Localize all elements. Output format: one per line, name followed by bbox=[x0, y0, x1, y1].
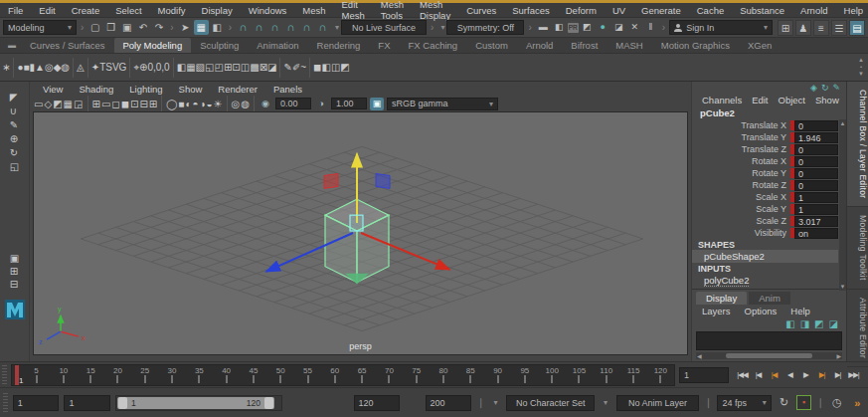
go-to-end-button[interactable]: ▶▶| bbox=[846, 367, 861, 383]
viewport-3d-view[interactable]: y x z persp bbox=[33, 111, 688, 355]
playback-start-field[interactable]: 1 bbox=[64, 395, 110, 411]
ambient-occlusion-icon[interactable]: ◒ bbox=[207, 99, 213, 109]
poly-cone-icon[interactable]: ▲ bbox=[35, 62, 45, 73]
channel-value-field[interactable]: 3.017 bbox=[794, 216, 838, 227]
menu-edit-mesh[interactable]: Edit Mesh bbox=[334, 0, 373, 21]
range-slider[interactable]: 1 120 bbox=[115, 395, 282, 411]
ep-curve-tool-icon[interactable]: ✐ bbox=[292, 62, 300, 73]
menu-mesh-display[interactable]: Mesh Display bbox=[412, 0, 458, 21]
channel-value-field[interactable]: 0 bbox=[794, 168, 838, 179]
z-plane-handle[interactable] bbox=[376, 173, 390, 188]
viewport-menu-show[interactable]: Show bbox=[172, 84, 210, 95]
viewport-menu-shading[interactable]: Shading bbox=[72, 84, 120, 95]
channel-box-menu-edit[interactable]: Edit bbox=[748, 94, 772, 106]
make-live-icon[interactable]: ∩ bbox=[315, 20, 330, 35]
modeling-toolkit-icon[interactable]: ⊞ bbox=[778, 20, 793, 36]
character-controls-icon[interactable]: ♟ bbox=[795, 20, 811, 36]
svg-tool-icon[interactable]: SVG bbox=[105, 62, 126, 73]
snap-to-projected-center-icon[interactable]: ∩ bbox=[283, 20, 298, 35]
shelf-tab-rendering[interactable]: Rendering bbox=[308, 38, 370, 53]
layer-menu-options[interactable]: Options bbox=[739, 305, 783, 317]
menu-windows[interactable]: Windows bbox=[241, 5, 295, 16]
group-divider[interactable]: › bbox=[429, 22, 435, 33]
layer-list[interactable] bbox=[696, 331, 842, 350]
gate-mask-icon[interactable]: ◼ bbox=[121, 99, 129, 109]
pencil-curve-tool-icon[interactable]: ~ bbox=[300, 62, 306, 73]
channel-manipulator-icon[interactable]: ◈ bbox=[810, 83, 817, 94]
menu-help[interactable]: Help bbox=[836, 5, 868, 16]
center-handle[interactable] bbox=[350, 215, 363, 231]
channel-value-field[interactable]: 0 bbox=[794, 156, 838, 167]
render-current-frame-icon[interactable]: ◧ bbox=[552, 20, 567, 35]
step-back-key-button[interactable]: |◀ bbox=[767, 367, 781, 383]
character-set-field[interactable]: No Character Set bbox=[506, 395, 595, 411]
animation-preferences-icon[interactable]: ◷ bbox=[829, 396, 844, 409]
shelf-options-icon[interactable]: ∗ bbox=[2, 62, 10, 73]
rotate-tool-icon[interactable]: ↻ bbox=[10, 147, 19, 158]
poly-plane-icon[interactable]: ◆ bbox=[54, 62, 62, 73]
default-material-icon[interactable]: ◓ bbox=[192, 99, 198, 109]
shelf-tab-custom[interactable]: Custom bbox=[466, 38, 517, 53]
menu-mesh[interactable]: Mesh bbox=[294, 5, 333, 16]
new-empty-layer-icon[interactable]: ◩ bbox=[814, 318, 823, 330]
shelf-menu-icon[interactable]: ▬ bbox=[4, 39, 20, 53]
menu-select[interactable]: Select bbox=[107, 5, 149, 16]
menu-edit[interactable]: Edit bbox=[31, 5, 63, 16]
camera-attributes-icon[interactable]: ◇ bbox=[44, 99, 52, 109]
animation-end-field[interactable]: 200 bbox=[426, 395, 472, 411]
textured-mode-icon[interactable]: ◐ bbox=[185, 99, 191, 109]
menu-cache[interactable]: Cache bbox=[689, 5, 732, 16]
select-camera-icon[interactable]: ▭ bbox=[34, 99, 43, 109]
select-component-icon[interactable]: ◧ bbox=[210, 20, 225, 35]
pause-viewport-icon[interactable]: ‖ bbox=[643, 20, 658, 35]
time-slider-grip[interactable] bbox=[2, 365, 7, 385]
sidebar-tab-channel-box-layer-editor[interactable]: Channel Box / Layer Editor bbox=[847, 82, 868, 207]
select-object-icon[interactable]: ▦ bbox=[194, 20, 209, 35]
channel-value-field[interactable]: 0 bbox=[794, 180, 838, 191]
multi-cut-icon[interactable]: ⊠ bbox=[260, 62, 267, 73]
paint-select-tool-icon[interactable]: ✎ bbox=[10, 119, 19, 130]
selected-object-name[interactable]: pCube2 bbox=[692, 106, 846, 119]
live-surface-field[interactable]: No Live Surface bbox=[341, 20, 427, 35]
render-settings-icon[interactable]: ◪ bbox=[611, 20, 626, 35]
layer-tab-anim[interactable]: Anim bbox=[749, 292, 790, 305]
menu-curves[interactable]: Curves bbox=[458, 5, 504, 16]
animation-start-field[interactable]: 1 bbox=[13, 395, 60, 411]
viewport-menu-view[interactable]: View bbox=[36, 84, 70, 95]
smooth-icon[interactable]: ◰ bbox=[215, 62, 224, 73]
channel-value-field[interactable]: 1 bbox=[794, 204, 838, 215]
combine-icon[interactable]: ◧ bbox=[177, 62, 186, 73]
play-backwards-button[interactable]: ◀ bbox=[782, 367, 797, 383]
menu-arnold[interactable]: Arnold bbox=[792, 5, 835, 16]
layer-list-scrollbar[interactable]: ◀▶ bbox=[696, 352, 842, 359]
boolean-intersection-icon[interactable]: ◫ bbox=[331, 62, 340, 73]
sweep-mesh-icon[interactable]: ✦ bbox=[91, 62, 99, 73]
image-plane-icon[interactable]: ▦ bbox=[64, 99, 73, 109]
playback-loop-icon[interactable]: ↻ bbox=[777, 396, 791, 409]
range-start-handle[interactable] bbox=[118, 397, 127, 409]
menu-generate[interactable]: Generate bbox=[633, 5, 689, 16]
four-pane-layout-icon[interactable]: ⊞ bbox=[10, 266, 19, 277]
channel-value-field[interactable]: 0 bbox=[794, 120, 838, 131]
anim-layer-field[interactable]: No Anim Layer bbox=[616, 395, 699, 411]
select-tool-icon[interactable]: ◤ bbox=[10, 92, 19, 103]
channel-value-field[interactable]: 0 bbox=[794, 144, 838, 155]
shape-node-item[interactable]: pCubeShape2 bbox=[692, 250, 838, 263]
mirror-icon[interactable]: ▩ bbox=[250, 62, 259, 73]
smooth-shade-icon[interactable]: ■ bbox=[178, 99, 184, 109]
menu-file[interactable]: File bbox=[0, 5, 31, 16]
save-scene-icon[interactable]: ▣ bbox=[119, 20, 134, 35]
snap-to-curve-icon[interactable]: ∩ bbox=[252, 20, 266, 35]
wireframe-mode-icon[interactable]: ◯ bbox=[166, 99, 177, 109]
sidebar-tab-attribute-editor[interactable]: Attribute Editor bbox=[847, 290, 868, 367]
layer-menu-layers[interactable]: Layers bbox=[696, 305, 737, 317]
time-slider-ruler[interactable]: 1 51015202530354045505560657075808590951… bbox=[11, 364, 675, 386]
undo-icon[interactable]: ↶ bbox=[135, 20, 150, 35]
menu-uv[interactable]: UV bbox=[605, 5, 633, 16]
new-layer-from-selected-icon[interactable]: ◪ bbox=[829, 318, 838, 330]
range-slider-bar[interactable]: 1 120 bbox=[117, 397, 274, 409]
move-tool-icon[interactable]: ⊕ bbox=[10, 133, 19, 144]
channel-box-menu-object[interactable]: Object bbox=[775, 94, 809, 106]
gamma-field[interactable]: 1.00 bbox=[331, 98, 367, 109]
shelf-tab-motion-graphics[interactable]: Motion Graphics bbox=[652, 38, 739, 53]
